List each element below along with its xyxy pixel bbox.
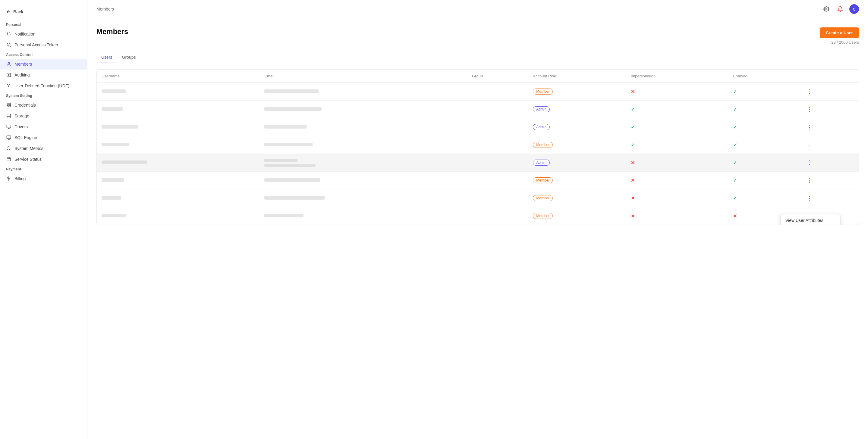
metrics-icon	[6, 146, 11, 151]
cell-email	[259, 172, 467, 190]
table-row: Member✓✓⋮	[97, 136, 859, 154]
sidebar-item-sql-engine[interactable]: SQL Engine	[0, 132, 87, 143]
cell-enabled: ✓	[728, 136, 800, 154]
personal-access-token-label: Personal Access Token	[14, 42, 58, 47]
bell-icon	[6, 31, 11, 37]
cell-actions: ⋮	[800, 190, 859, 207]
access-control-section-title: Access Control	[0, 50, 87, 59]
svg-rect-10	[7, 136, 10, 138]
grid-icon	[6, 102, 11, 108]
col-email: Email	[259, 70, 467, 83]
audit-icon	[6, 72, 11, 78]
cross-icon: ✕	[631, 89, 635, 94]
create-user-button[interactable]: Create a User	[820, 27, 859, 38]
table-row: Member✕✓⋮	[97, 83, 859, 101]
back-label: Back	[13, 9, 23, 14]
sidebar-item-members[interactable]: Members	[0, 59, 87, 70]
auditing-label: Auditing	[14, 73, 30, 77]
sidebar-item-auditing[interactable]: Auditing	[0, 70, 87, 80]
row-actions-button[interactable]: ⋮	[804, 194, 815, 203]
cell-email	[259, 136, 467, 154]
cell-email	[259, 190, 467, 207]
storage-label: Storage	[14, 113, 29, 118]
cell-role: Admin	[528, 154, 626, 172]
check-icon: ✓	[733, 196, 737, 201]
credentials-label: Credentials	[14, 103, 36, 107]
svg-point-0	[7, 43, 10, 46]
row-actions-button[interactable]: ⋮	[804, 105, 815, 114]
cell-enabled: ✓	[728, 154, 800, 172]
check-icon: ✓	[631, 125, 635, 130]
sidebar-item-drivers[interactable]: Drivers	[0, 121, 87, 132]
tabs: Users Groups	[96, 52, 859, 63]
cell-impersonation: ✕	[626, 83, 728, 101]
row-actions-button[interactable]: ⋮	[804, 123, 815, 132]
table-row: Member✕✓⋮	[97, 190, 859, 207]
sidebar: Back Personal Notification Personal Acce…	[0, 0, 87, 439]
notification-label: Notification	[14, 32, 35, 36]
tab-users[interactable]: Users	[96, 52, 117, 63]
check-icon: ✓	[733, 125, 737, 130]
avatar-label: C	[852, 7, 855, 11]
cell-group	[467, 136, 528, 154]
cell-impersonation: ✕	[626, 190, 728, 207]
cell-enabled: ✓	[728, 190, 800, 207]
role-badge: Member	[533, 213, 553, 219]
topbar: Members C	[87, 0, 868, 19]
menu-view-user-attributes[interactable]: View User Attributes	[781, 214, 840, 225]
svg-rect-9	[7, 125, 10, 128]
sidebar-item-credentials[interactable]: Credentials	[0, 100, 87, 110]
cell-impersonation: ✓	[626, 136, 728, 154]
row-actions-button[interactable]: ⋮	[804, 158, 815, 167]
table-row: Admin✓✓⋮	[97, 118, 859, 136]
cell-actions: ⋮	[800, 136, 859, 154]
fx-icon	[6, 83, 11, 89]
check-icon: ✓	[733, 160, 737, 165]
settings-icon-btn[interactable]	[822, 4, 831, 14]
cell-email	[259, 118, 467, 136]
sql-icon	[6, 135, 11, 140]
svg-rect-7	[9, 105, 10, 107]
cross-icon: ✕	[631, 213, 635, 218]
check-icon: ✓	[733, 178, 737, 183]
tab-groups[interactable]: Groups	[117, 52, 141, 63]
svg-point-8	[7, 114, 10, 115]
check-icon: ✓	[733, 89, 737, 94]
cell-username	[97, 136, 259, 154]
role-badge: Member	[533, 195, 553, 201]
sidebar-item-system-metrics[interactable]: System Metrics	[0, 143, 87, 154]
sidebar-item-notification[interactable]: Notification	[0, 29, 87, 39]
user-count: 23 / 2000 Users	[831, 40, 859, 44]
sidebar-item-udf[interactable]: User-Defined Function (UDF)	[0, 80, 87, 91]
notifications-icon-btn[interactable]	[835, 4, 845, 14]
billing-label: Billing	[14, 176, 26, 181]
cell-group	[467, 154, 528, 172]
cross-icon: ✕	[631, 160, 635, 165]
role-badge: Member	[533, 89, 553, 95]
cell-actions: ⋮	[800, 101, 859, 118]
row-actions-button[interactable]: ⋮	[804, 176, 815, 185]
check-icon: ✓	[631, 142, 635, 147]
cell-enabled: ✓	[728, 118, 800, 136]
user-avatar[interactable]: C	[849, 4, 859, 14]
system-setting-section-title: System Setting	[0, 91, 87, 100]
personal-section-title: Personal	[0, 20, 87, 29]
col-actions	[800, 70, 859, 83]
sidebar-item-service-status[interactable]: Service Status	[0, 154, 87, 165]
service-status-label: Service Status	[14, 157, 41, 162]
table-row: Admin✕✓⋮	[97, 154, 859, 172]
row-actions-button[interactable]: ⋮	[804, 87, 815, 96]
sidebar-item-billing[interactable]: Billing	[0, 173, 87, 184]
row-actions-button[interactable]: ⋮	[804, 140, 815, 149]
cell-email	[259, 83, 467, 101]
cell-group	[467, 207, 528, 225]
col-group: Group	[467, 70, 528, 83]
sidebar-item-storage[interactable]: Storage	[0, 110, 87, 121]
dollar-icon	[6, 176, 11, 181]
svg-rect-5	[9, 103, 10, 105]
back-button[interactable]: Back	[0, 6, 87, 20]
svg-point-1	[8, 44, 9, 45]
cell-group	[467, 83, 528, 101]
sidebar-item-personal-access-token[interactable]: Personal Access Token	[0, 39, 87, 50]
cell-username	[97, 172, 259, 190]
